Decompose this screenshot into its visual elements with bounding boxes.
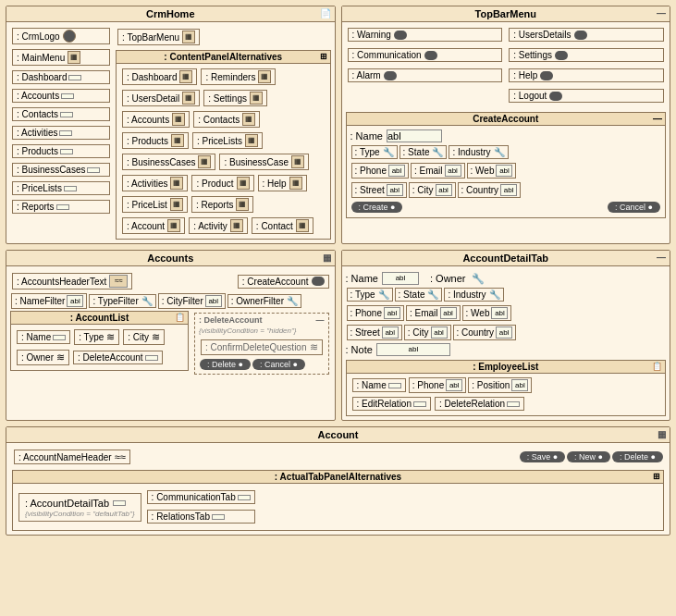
col-name[interactable]: : Name	[17, 330, 70, 344]
adt-city[interactable]: : City abl	[404, 325, 451, 340]
cp-settings[interactable]: : Settings▦	[203, 90, 267, 106]
warning-item[interactable]: : Warning	[348, 28, 503, 42]
adt-type[interactable]: : Type 🔧	[347, 288, 393, 302]
tab-communication[interactable]: : CommunicationTab	[147, 490, 255, 504]
cp-reports[interactable]: : Reports▦	[191, 196, 254, 213]
adt-industry[interactable]: : Industry 🔧	[444, 288, 503, 302]
adt-country[interactable]: : Country abl	[453, 325, 517, 340]
account-header-row: : AccountNameHeader ≈≈ : Save ● : New ● …	[12, 448, 664, 466]
adt-web[interactable]: : Web abl	[462, 305, 512, 321]
adt-state[interactable]: : State 🔧	[395, 288, 443, 302]
nav-contacts[interactable]: : Contacts	[12, 107, 110, 121]
alarm-item[interactable]: : Alarm	[348, 68, 503, 82]
topbarmenu-title: TopBarMenu —	[342, 6, 670, 22]
cp-activity[interactable]: : Activity▦	[189, 217, 248, 234]
cp-contact[interactable]: : Contact▦	[252, 217, 313, 234]
waves-icon: ≈≈	[115, 451, 126, 462]
create-account-btn[interactable]: : CreateAccount	[238, 275, 329, 289]
cp-products[interactable]: : Products▦	[122, 132, 189, 149]
adt-email[interactable]: : Email abl	[406, 305, 461, 321]
street-field[interactable]: : Street abl	[351, 182, 407, 198]
minus-icon	[145, 355, 158, 361]
delete-button[interactable]: : Delete ●	[200, 359, 251, 370]
phone-field[interactable]: : Phone abl	[351, 163, 409, 179]
minus-icon: —	[316, 315, 325, 325]
nav-products[interactable]: : Products	[12, 144, 110, 158]
cp-product[interactable]: : Product▦	[191, 175, 253, 191]
save-button[interactable]: : Save ●	[520, 451, 565, 462]
tab-panel-body: : AccountDetailTab {visibilityCondition …	[13, 484, 663, 530]
type-filter[interactable]: : TypeFilter 🔧	[89, 294, 155, 308]
col-delete-account[interactable]: : DeleteAccount	[73, 351, 163, 364]
minus-icon	[68, 75, 81, 80]
web-field[interactable]: : Web abl	[467, 163, 517, 179]
cp-businesscases[interactable]: : BusinessCases▦	[122, 154, 215, 170]
emp-position[interactable]: : Position abl	[468, 377, 532, 393]
cp-activities[interactable]: : Activities▦	[122, 175, 188, 191]
cp-help[interactable]: : Help▦	[258, 175, 307, 191]
tab-relations[interactable]: : RelationsTab	[147, 510, 255, 524]
cp-businesscase[interactable]: : BusinessCase▦	[219, 154, 308, 170]
industry-field[interactable]: : Industry 🔧	[449, 145, 508, 159]
adt-phone[interactable]: : Phone abl	[347, 305, 404, 321]
cp-contacts[interactable]: : Contacts▦	[193, 111, 260, 128]
lines-icon: ≋	[106, 331, 115, 343]
usersdetails-item[interactable]: : UsersDetails	[509, 28, 664, 42]
new-button[interactable]: : New ●	[567, 451, 610, 462]
delete-relation[interactable]: : DeleteRelation	[435, 397, 524, 411]
cp-pricelists[interactable]: : PriceLists▦	[192, 132, 263, 149]
adt-street[interactable]: : Street abl	[347, 325, 402, 340]
edit-relation[interactable]: : EditRelation	[352, 397, 431, 411]
account-name-header: : AccountNameHeader ≈≈	[14, 450, 130, 464]
help-item[interactable]: : Help	[509, 68, 664, 82]
email-field[interactable]: : Email abl	[411, 163, 465, 179]
nav-accounts[interactable]: : Accounts	[12, 89, 110, 103]
street-city-country-row: : Street abl : City abl : Country abl	[350, 181, 662, 199]
lines-icon: ≋	[56, 351, 65, 363]
city-filter[interactable]: : CityFilter abl	[158, 293, 226, 309]
col-city[interactable]: : City≋	[123, 329, 165, 345]
cp-pricelist[interactable]: : PriceList▦	[122, 196, 188, 213]
nav-pricelists[interactable]: : PriceLists	[12, 181, 110, 195]
name-field[interactable]: abl	[382, 272, 419, 285]
phone-email-web-row: : Phone abl : Email abl : Web abl	[350, 162, 662, 179]
col-type[interactable]: : Type≋	[74, 329, 119, 345]
country-field[interactable]: : Country abl	[458, 182, 522, 198]
tab-detail-row: : AccountDetailTab	[25, 498, 135, 509]
create-button[interactable]: : Create ●	[351, 202, 403, 213]
logout-item[interactable]: : Logout	[509, 89, 664, 103]
cancel-button[interactable]: : Cancel ●	[608, 202, 660, 213]
cp-dashboard[interactable]: : Dashboard▦	[122, 68, 197, 85]
name-filter[interactable]: : NameFilter abl	[11, 293, 87, 309]
minus-icon	[64, 186, 77, 191]
main-menu-item[interactable]: : MainMenu ▦	[12, 49, 110, 66]
tab-account-detail[interactable]: : AccountDetailTab {visibilityCondition …	[18, 493, 141, 522]
topbar-menu-item[interactable]: : TopBarMenu ▦	[117, 29, 200, 45]
cp-reminders[interactable]: : Reminders▦	[201, 68, 276, 85]
owner-filter[interactable]: : OwnerFilter 🔧	[227, 294, 301, 308]
abl-box: abl	[440, 307, 457, 319]
nav-reports[interactable]: : Reports	[12, 200, 110, 214]
adt-title: AccountDetailTab —	[342, 251, 670, 266]
cp-accounts[interactable]: : Accounts▦	[122, 111, 190, 128]
emp-name[interactable]: : Name	[352, 378, 406, 392]
name-field[interactable]: abl	[387, 129, 442, 142]
col-owner[interactable]: : Owner≋	[17, 350, 69, 365]
cancel-button[interactable]: : Cancel ●	[252, 359, 305, 370]
delete-button[interactable]: : Delete ●	[612, 451, 663, 462]
city-field[interactable]: : City abl	[409, 182, 456, 198]
emp-phone[interactable]: : Phone abl	[409, 377, 466, 393]
nav-dashboard[interactable]: : Dashboard	[12, 70, 110, 84]
nav-businesscases[interactable]: : BusinessCases	[12, 163, 110, 177]
cp-account[interactable]: : Account▦	[122, 217, 185, 234]
state-field[interactable]: : State 🔧	[399, 145, 448, 159]
note-field[interactable]: abl	[376, 343, 450, 356]
type-field[interactable]: : Type 🔧	[351, 145, 398, 159]
crm-logo-item[interactable]: : CrmLogo	[12, 28, 110, 44]
minus-icon	[60, 112, 73, 117]
nav-activities[interactable]: : Activities	[12, 126, 110, 140]
sq-icon: ▦	[230, 219, 243, 232]
cp-usersdetail[interactable]: : UsersDetail▦	[122, 90, 200, 106]
communication-item[interactable]: : Communication	[348, 48, 503, 62]
settings-item[interactable]: : Settings	[509, 48, 664, 62]
